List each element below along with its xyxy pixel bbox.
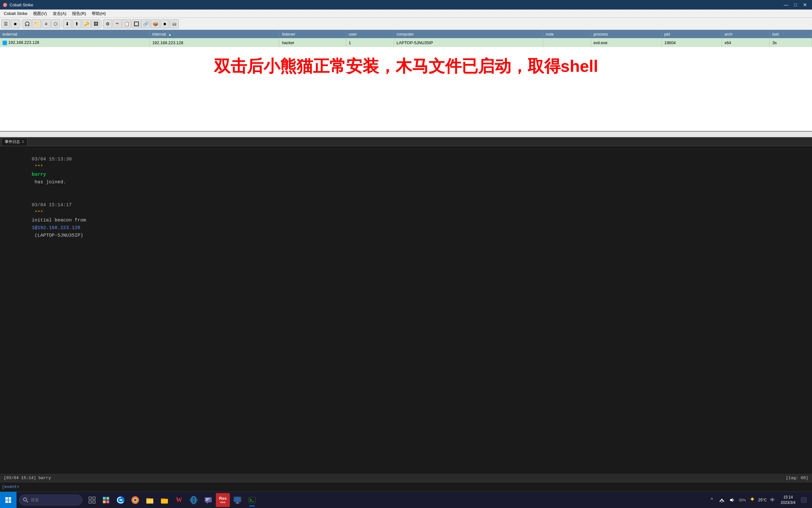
- svg-rect-26: [205, 497, 212, 502]
- close-button[interactable]: ✕: [801, 2, 809, 8]
- taskbar-app-wps[interactable]: W: [172, 493, 186, 507]
- col-header-process[interactable]: process: [591, 30, 662, 38]
- col-header-arch[interactable]: arch: [722, 30, 770, 38]
- event-log-tab[interactable]: 事件日志 X: [1, 138, 28, 145]
- taskbar-app-monitor[interactable]: [231, 493, 244, 507]
- maximize-button[interactable]: □: [791, 2, 800, 8]
- tray-notifications[interactable]: [799, 496, 808, 505]
- col-header-computer[interactable]: computer: [394, 30, 543, 38]
- sessions-area: external internal ▲ listener user comput…: [0, 30, 812, 131]
- taskbar-start-button[interactable]: [0, 492, 16, 508]
- event-log-tab-label: 事件日志: [5, 139, 20, 144]
- taskbar-search-box[interactable]: [19, 495, 83, 505]
- col-header-listener[interactable]: listener: [279, 30, 346, 38]
- tray-weather[interactable]: [748, 496, 757, 505]
- svg-rect-8: [89, 501, 91, 503]
- svg-rect-9: [93, 501, 95, 503]
- col-header-user[interactable]: user: [346, 30, 394, 38]
- taskbar-app-terminal[interactable]: [245, 493, 259, 507]
- command-label: [event>: [0, 484, 21, 489]
- svg-rect-32: [236, 503, 239, 504]
- tray-chevron-up[interactable]: ^: [707, 496, 716, 505]
- event-log-tab-close[interactable]: X: [22, 140, 24, 143]
- svg-rect-33: [248, 497, 255, 503]
- cell-arch: x64: [722, 38, 770, 47]
- taskbar-app-chat[interactable]: [201, 493, 215, 507]
- resize-handle[interactable]: · · · · · · ·: [0, 131, 812, 137]
- svg-line-5: [26, 501, 28, 502]
- toolbar-btn-target[interactable]: ⬡: [51, 19, 60, 28]
- toolbar-btn-log[interactable]: ≡: [42, 19, 50, 28]
- menu-cobalt-strike[interactable]: Cobalt Strike: [1, 10, 30, 16]
- svg-rect-42: [801, 498, 806, 503]
- tray-network[interactable]: [717, 496, 726, 505]
- toolbar-btn-download[interactable]: ⬇: [63, 19, 72, 28]
- event-log-tabs: 事件日志 X: [0, 137, 812, 146]
- app-icon: 🎯: [3, 3, 8, 7]
- taskbar-task-view[interactable]: [85, 493, 99, 507]
- toolbar-btn-proxy[interactable]: 🔲: [132, 19, 141, 28]
- log-marker-2: ***: [32, 210, 46, 215]
- svg-rect-7: [93, 497, 95, 499]
- log-ip-2: 1@192.168.223.128: [32, 225, 80, 230]
- col-header-pid[interactable]: pid: [662, 30, 722, 38]
- taskbar-app-files[interactable]: [157, 493, 172, 507]
- menu-help[interactable]: 帮助(H): [89, 10, 108, 17]
- toolbar-btn-screenshots[interactable]: 🖼: [91, 19, 100, 28]
- taskbar-app-globe[interactable]: [187, 493, 201, 507]
- toolbar-btn-links[interactable]: 🔗: [141, 19, 150, 28]
- log-line-2: 03/04 15:14:17 *** initial beacon from 1…: [3, 194, 809, 247]
- bottom-section: 事件日志 X 03/04 15:13:30 *** barry has join…: [0, 137, 812, 492]
- tray-volume[interactable]: [727, 496, 736, 505]
- annotation-text: 双击后小熊猫正常安装，木马文件已启动，取得shell: [0, 55, 812, 78]
- toolbar-btn-upload[interactable]: ⬆: [73, 19, 81, 28]
- log-timestamp-1: 03/04 15:13:30: [32, 157, 72, 162]
- taskbar-app-edge[interactable]: [114, 493, 128, 507]
- col-header-note[interactable]: note: [543, 30, 591, 38]
- cell-pid: 19604: [662, 38, 722, 47]
- menu-attack[interactable]: 攻击(A): [50, 10, 69, 17]
- title-bar-controls: — □ ✕: [781, 2, 809, 8]
- status-left: [03/04 15:14] barry: [4, 476, 51, 480]
- svg-point-17: [134, 499, 137, 501]
- svg-rect-30: [235, 498, 240, 501]
- svg-point-4: [23, 498, 27, 501]
- taskbar-app-res[interactable]: Res ■■■: [216, 493, 230, 507]
- tray-input-method[interactable]: 中: [768, 496, 777, 505]
- svg-rect-3: [9, 500, 11, 503]
- toolbar-btn-credentials[interactable]: 🔑: [82, 19, 91, 28]
- taskbar-app-firefox[interactable]: [128, 493, 142, 507]
- table-row[interactable]: 192.168.223.128 192.168.223.128 hacker 1…: [0, 38, 812, 47]
- log-status-bar: [03/04 15:14] barry [lag: 00]: [0, 474, 812, 482]
- menu-report[interactable]: 报告(R): [69, 10, 89, 17]
- taskbar-clock[interactable]: 15:14 2023/3/4: [778, 495, 798, 505]
- minimize-button[interactable]: —: [781, 2, 791, 8]
- title-bar-left: 🎯 Cobalt Strike: [3, 3, 33, 7]
- col-header-external[interactable]: external: [0, 30, 149, 38]
- toolbar-btn-aggressor[interactable]: ☕: [113, 19, 122, 28]
- event-log-area: 事件日志 X 03/04 15:13:30 *** barry has join…: [0, 137, 812, 492]
- svg-rect-28: [206, 500, 208, 500]
- toolbar-btn-clipboard[interactable]: 📋: [122, 19, 131, 28]
- toolbar-btn-files[interactable]: 📁: [32, 19, 41, 28]
- toolbar-btn-stop[interactable]: ■: [11, 19, 20, 28]
- toolbar-btn-manage[interactable]: 🗂: [170, 19, 179, 28]
- toolbar-btn-stage[interactable]: 📦: [151, 19, 160, 28]
- table-header-row: external internal ▲ listener user comput…: [0, 30, 812, 38]
- log-timestamp-2: 03/04 15:14:17: [32, 202, 72, 208]
- taskbar-app-widgets[interactable]: [99, 493, 113, 507]
- taskbar-app-file-explorer[interactable]: [143, 493, 157, 507]
- tray-battery[interactable]: 32%: [738, 496, 747, 505]
- toolbar-btn-settings[interactable]: ⚙: [103, 19, 112, 28]
- command-input[interactable]: [21, 484, 812, 489]
- toolbar-btn-sessions[interactable]: ☰: [1, 19, 10, 28]
- log-user-1: barry: [32, 172, 46, 177]
- menu-view[interactable]: 视图(V): [31, 10, 49, 17]
- col-header-internal[interactable]: internal ▲: [149, 30, 279, 38]
- toolbar-btn-block[interactable]: ■: [160, 19, 169, 28]
- col-header-last[interactable]: last: [770, 30, 812, 38]
- svg-point-37: [751, 498, 754, 500]
- toolbar-btn-listeners[interactable]: 🎧: [22, 19, 32, 28]
- toolbar-separator-3: [102, 20, 102, 28]
- taskbar-search-input[interactable]: [31, 498, 75, 502]
